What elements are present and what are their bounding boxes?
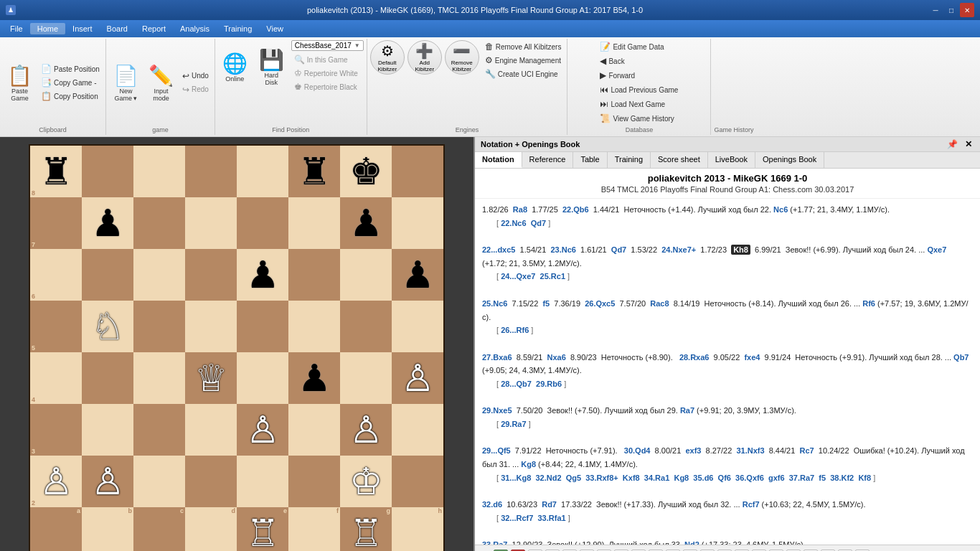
move-rcf7-ref[interactable]: Rcf7 [743,500,760,509]
move-exf3[interactable]: exf3 [685,446,701,455]
alt-kxf8[interactable]: Kxf8 [623,474,640,482]
square-d6[interactable] [185,249,237,301]
load-previous-game-button[interactable]: ⏮ Load Previous Game [597,83,681,96]
square-a3[interactable]: 3 [30,404,82,456]
move-qd7[interactable]: Qd7 [611,245,626,254]
square-h1[interactable]: h [392,507,443,551]
square-h2[interactable] [392,456,443,507]
square-d4[interactable]: ♕ [185,352,237,404]
square-e3[interactable]: ♙ [237,404,288,456]
square-h5[interactable] [392,301,443,352]
move-nxa6[interactable]: Nxa6 [547,353,566,362]
alt-33rfa1[interactable]: 33.Rfa1 [538,514,566,522]
default-kibitzer-button[interactable]: ⚙ DefaultKibitzer [370,40,405,75]
move-28rxa6[interactable]: 28.Rxa6 [679,353,710,362]
square-h6[interactable]: ♟ [392,249,443,301]
paste-position-button[interactable]: 📄 Paste Position [38,62,103,75]
move-nc6-ref1[interactable]: Nc6 [773,205,788,214]
alt-22nc6[interactable]: 22.Nc6 [501,219,526,227]
square-f1[interactable]: f [288,507,340,551]
move-29nxe5[interactable]: 29.Nxe5 [482,406,512,415]
maximize-button[interactable]: □ [944,3,958,17]
alt-qg5[interactable]: Qg5 [566,474,581,482]
alt-37ra7[interactable]: 37.Ra7 [789,474,814,482]
alt-29rb6[interactable]: 29.Rb6 [536,380,562,388]
square-f5[interactable] [288,301,340,352]
square-a8[interactable]: ♜8 [30,146,82,197]
alt-36qxf6[interactable]: 36.Qxf6 [735,474,764,482]
alt-24qxe7[interactable]: 24...Qxe7 [501,272,535,281]
square-a6[interactable]: 6 [30,249,82,301]
move-22dxc5[interactable]: 22...dxc5 [482,245,515,254]
square-d2[interactable] [185,456,237,507]
square-b4[interactable] [82,352,133,404]
square-c1[interactable]: c [133,507,185,551]
move-rac8[interactable]: Rac8 [650,299,669,308]
repertoire-black-button[interactable]: ♚ Repertoire Black [291,80,364,93]
square-d3[interactable] [185,404,237,456]
close-button[interactable]: ✕ [960,3,974,17]
square-d1[interactable]: d [185,507,237,551]
create-uci-engine-button[interactable]: 🔧 Create UCI Engine [482,67,565,80]
square-e8[interactable] [237,146,288,197]
hard-disk-button[interactable]: 💾 HardDisk [255,45,288,89]
alt-f5[interactable]: f5 [819,474,826,482]
square-f2[interactable] [288,456,340,507]
square-e2[interactable] [237,456,288,507]
square-g7[interactable]: ♟ [340,197,392,249]
panel-pin-button[interactable]: 📌 [945,139,960,149]
square-g1[interactable]: ♖g [340,507,392,551]
square-b8[interactable] [82,146,133,197]
square-d7[interactable] [185,197,237,249]
panel-close-button[interactable]: ✕ [963,139,974,149]
move-rd7[interactable]: Rd7 [542,500,557,509]
menu-report[interactable]: Report [135,23,173,34]
alt-29ra7[interactable]: 29.Ra7 [501,420,526,428]
tab-training[interactable]: Training [608,152,651,168]
move-fxe4[interactable]: fxe4 [744,353,760,362]
square-a2[interactable]: ♙2 [30,456,82,507]
square-d8[interactable] [185,146,237,197]
alt-qf6[interactable]: Qf6 [718,474,731,482]
square-a5[interactable]: 5 [30,301,82,352]
minimize-button[interactable]: ─ [928,3,943,17]
square-b7[interactable]: ♟ [82,197,133,249]
square-a7[interactable]: 7 [30,197,82,249]
alt-35d6[interactable]: 35.d6 [693,474,713,482]
view-game-history-button[interactable]: 📜 View Game History [597,112,677,125]
square-h4[interactable]: ♙ [392,352,443,404]
square-h8[interactable] [392,146,443,197]
square-b6[interactable] [82,249,133,301]
square-f3[interactable] [288,404,340,456]
add-kibitzer-button[interactable]: ➕ AddKibitzer [407,40,442,75]
square-e1[interactable]: ♖e [237,507,288,551]
menu-analysis[interactable]: Analysis [173,23,217,34]
menu-board[interactable]: Board [100,23,135,34]
menu-view[interactable]: View [259,23,291,34]
move-32d6[interactable]: 32.d6 [482,500,502,509]
alt-gxf6[interactable]: gxf6 [768,474,785,482]
tab-score-sheet[interactable]: Score sheet [651,152,708,168]
move-27bxa6[interactable]: 27.Bxa6 [482,353,512,362]
alt-31kg8[interactable]: 31...Kg8 [501,474,531,482]
in-this-game-button[interactable]: 🔍 In this Game [291,53,364,66]
window-controls[interactable]: ─ □ ✕ [928,3,974,17]
move-24nxe7[interactable]: 24.Nxe7+ [661,245,696,254]
alt-26rf6[interactable]: 26...Rf6 [501,326,529,334]
menu-insert[interactable]: Insert [65,23,100,34]
remove-all-kibitzers-button[interactable]: 🗑 Remove All Kibitzers [482,40,565,53]
square-e7[interactable] [237,197,288,249]
square-c3[interactable] [133,404,185,456]
online-button[interactable]: 🌐 Online [218,49,252,85]
alt-25rc1[interactable]: 25.Rc1 [540,272,565,281]
undo-button[interactable]: ↩ Undo [179,70,212,83]
input-mode-button[interactable]: ✏️ Inputmode [144,61,178,105]
copy-game-button[interactable]: 📑 Copy Game - [38,76,103,89]
menu-home[interactable]: Home [30,23,65,34]
move-ra7-ref[interactable]: Ra7 [680,406,694,415]
menu-training[interactable]: Training [217,23,259,34]
square-e6[interactable]: ♟ [237,249,288,301]
tab-notation[interactable]: Notation [475,152,522,168]
square-g6[interactable] [340,249,392,301]
forward-button[interactable]: ▶ Forward [597,69,638,82]
